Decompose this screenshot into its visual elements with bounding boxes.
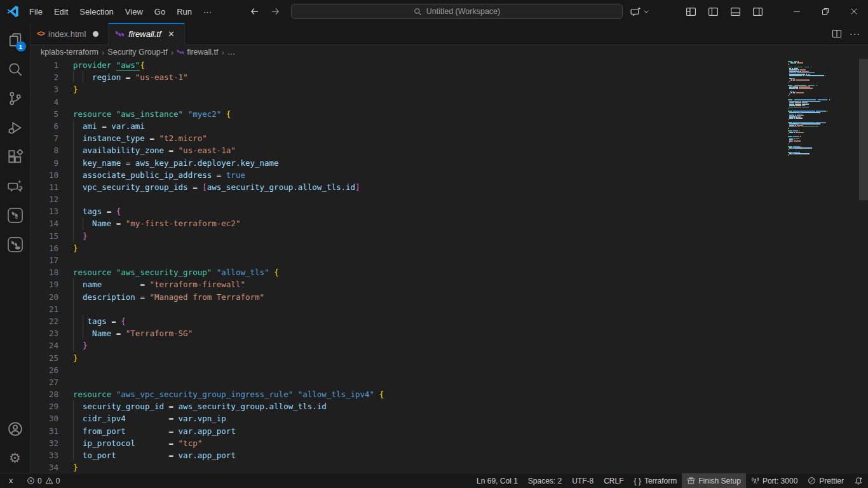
notifications-bell-icon[interactable] (849, 473, 868, 488)
minimap[interactable] (788, 59, 859, 473)
line-number: 8 (31, 144, 58, 156)
code-line[interactable]: 16} (31, 242, 868, 254)
code-line[interactable]: 3} (31, 83, 868, 95)
terraform-icon[interactable] (0, 201, 31, 230)
explorer-icon[interactable]: 1 (0, 25, 31, 55)
line-number: 4 (31, 96, 58, 108)
breadcrumb-item[interactable]: Security Group-tf (107, 48, 167, 57)
line-number: 24 (31, 339, 58, 351)
code-line[interactable]: 1provider "aws"{ (31, 59, 868, 71)
code-line[interactable]: 11 vpc_security_group_ids = [aws_securit… (31, 181, 868, 193)
code-line[interactable]: 31 from_port = var.app_port (31, 425, 868, 437)
code-line[interactable]: 27 (31, 376, 868, 388)
code-line[interactable]: 29 security_group_id = aws_security_grou… (31, 400, 868, 412)
code-line[interactable]: 34} (31, 461, 868, 473)
code-line[interactable]: 30 cidr_ipv4 = var.vpn_ip (31, 412, 868, 424)
prettier-button[interactable]: Prettier (803, 473, 849, 488)
search-icon[interactable] (0, 55, 31, 84)
breadcrumb-item[interactable]: firewall.tf (177, 48, 218, 57)
copilot-chat-button[interactable] (628, 4, 652, 19)
back-arrow-icon[interactable] (248, 4, 262, 18)
code-line[interactable]: 7 instance_type = "t2.micro" (31, 132, 868, 144)
toggle-panel-button[interactable] (728, 4, 743, 20)
code-line[interactable]: 20 description = "Managed from Terraform… (31, 291, 868, 303)
close-window-button[interactable] (839, 0, 868, 23)
code-line[interactable]: 23 Name = "Terraform-SG" (31, 327, 868, 339)
code-line[interactable]: 6 ami = var.ami (31, 120, 868, 132)
split-editor-icon[interactable] (832, 29, 842, 39)
line-number: 6 (31, 120, 58, 132)
eol-button[interactable]: CRLF (599, 473, 628, 488)
customize-layout-button[interactable] (683, 4, 699, 20)
run-and-debug-icon[interactable] (0, 113, 31, 142)
code-line[interactable]: 17 (31, 254, 868, 266)
cursor-position-button[interactable]: Ln 69, Col 1 (471, 473, 523, 488)
code-line[interactable]: 13 tags = { (31, 205, 868, 217)
menu-view[interactable]: View (119, 4, 149, 19)
modified-dot-icon[interactable] (93, 31, 98, 37)
code-line[interactable]: 10 associate_public_ip_address = true (31, 169, 868, 181)
extensions-icon[interactable] (0, 142, 31, 172)
code-line[interactable]: 26 (31, 364, 868, 376)
code-line[interactable]: 9 key_name = aws_key_pair.deployer.key_n… (31, 157, 868, 169)
line-number: 3 (31, 83, 58, 95)
remote-indicator-button[interactable] (0, 473, 22, 488)
accounts-icon[interactable] (0, 414, 31, 444)
minimize-button[interactable] (782, 0, 811, 23)
finish-setup-button[interactable]: Finish Setup (682, 473, 746, 488)
line-number: 21 (31, 303, 58, 315)
menu-[interactable]: ··· (198, 4, 217, 19)
more-actions-icon[interactable]: ··· (850, 29, 860, 39)
line-number: 22 (31, 315, 58, 327)
vertical-scrollbar[interactable] (859, 59, 868, 473)
code-line[interactable]: 2 region = "us-east-1" (31, 71, 868, 83)
code-line[interactable]: 12 (31, 193, 868, 205)
code-line[interactable]: 18resource "aws_security_group" "allow_t… (31, 266, 868, 278)
code-line[interactable]: 21 (31, 303, 868, 315)
menu-selection[interactable]: Selection (74, 4, 119, 19)
indentation-button[interactable]: Spaces: 2 (523, 473, 567, 488)
gift-icon (687, 477, 695, 485)
scrollbar-slider[interactable] (859, 59, 868, 200)
terraform-cloud-icon[interactable] (0, 230, 31, 259)
toggle-primary-sidebar-button[interactable] (705, 4, 721, 20)
close-tab-icon[interactable]: ✕ (165, 27, 178, 40)
code-line[interactable]: 22 tags = { (31, 315, 868, 327)
line-number: 18 (31, 266, 58, 278)
encoding-button[interactable]: UTF-8 (567, 473, 599, 488)
tab-index-html[interactable]: <> index.html (31, 23, 109, 44)
menu-file[interactable]: File (24, 4, 48, 19)
command-center-search[interactable]: Untitled (Workspace) (291, 4, 623, 19)
port-forward-button[interactable]: Port: 3000 (746, 473, 803, 488)
language-mode-button[interactable]: { } Terraform (629, 473, 682, 488)
code-line[interactable]: 24 } (31, 339, 868, 351)
code-line[interactable]: 19 name = "terraform-firewall" (31, 278, 868, 290)
code-line[interactable]: 5resource "aws_instance" "myec2" { (31, 108, 868, 120)
code-line[interactable]: 14 Name = "my-first-terraform-ec2" (31, 217, 868, 229)
code-line[interactable]: 25} (31, 352, 868, 364)
menu-edit[interactable]: Edit (48, 4, 74, 19)
code-line[interactable]: 4 (31, 96, 868, 108)
restore-button[interactable] (811, 0, 839, 23)
forward-arrow-icon[interactable] (268, 4, 282, 18)
menu-go[interactable]: Go (149, 4, 171, 19)
line-number: 19 (31, 278, 58, 290)
tab-firewall-tf[interactable]: firewall.tf ✕ (109, 23, 184, 45)
breadcrumb-item[interactable]: … (227, 48, 236, 57)
toggle-secondary-sidebar-button[interactable] (750, 4, 766, 20)
source-control-icon[interactable] (0, 84, 31, 113)
breadcrumb-item[interactable]: kplabs-terraform (41, 48, 98, 57)
code-line[interactable]: 8 availability_zone = "us-east-1a" (31, 144, 868, 156)
line-number: 14 (31, 217, 58, 229)
code-line[interactable]: 28resource "aws_vpc_security_group_ingre… (31, 388, 868, 400)
menu-run[interactable]: Run (171, 4, 198, 19)
code-editor[interactable]: 1provider "aws"{2 region = "us-east-1"3}… (31, 59, 868, 473)
code-line[interactable]: 33 to_port = var.app_port (31, 449, 868, 461)
code-line[interactable]: 32 ip_protocol = "tcp" (31, 437, 868, 449)
settings-gear-icon[interactable]: ⚙ (0, 444, 31, 473)
code-line[interactable]: 15 } (31, 230, 868, 242)
line-number: 17 (31, 254, 58, 266)
copilot-chat-icon[interactable] (0, 172, 31, 201)
problems-button[interactable]: 0 0 (22, 473, 65, 488)
braces-icon: { } (634, 477, 641, 485)
